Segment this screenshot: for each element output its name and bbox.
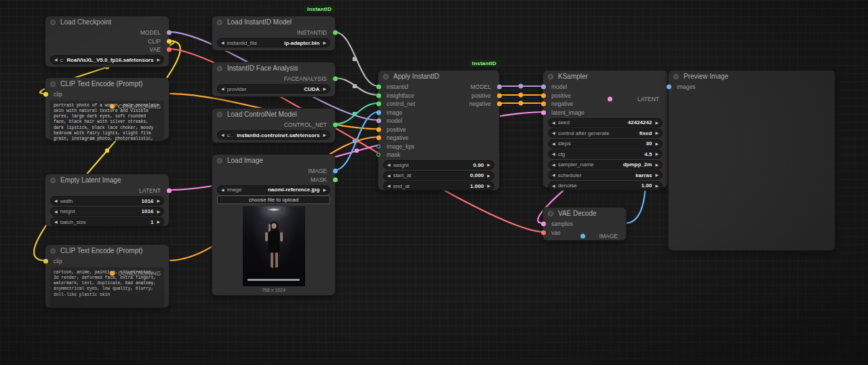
collapse-dot-icon[interactable] — [217, 158, 222, 164]
collapse-dot-icon[interactable] — [50, 81, 56, 87]
port-dot-instantid[interactable] — [333, 31, 338, 35]
port-dot-negative[interactable] — [376, 136, 381, 140]
right-arrow-icon[interactable]: ▶ — [157, 208, 160, 216]
port-dot-image[interactable] — [333, 169, 338, 174]
right-arrow-icon[interactable]: ▶ — [323, 131, 326, 139]
port-dot-image-kps[interactable] — [376, 145, 380, 149]
widget-scheduler[interactable]: ◀schedulerkarras▶ — [548, 170, 663, 180]
widget-width[interactable]: ◀width1016▶ — [50, 196, 164, 206]
right-arrow-icon[interactable]: ▶ — [655, 182, 658, 190]
port-dot-latent[interactable] — [167, 189, 172, 193]
node-title-bar[interactable]: Load Image — [212, 155, 335, 167]
node-title-bar[interactable]: Preview Image — [669, 71, 835, 83]
left-arrow-icon[interactable]: ◀ — [387, 161, 391, 169]
left-arrow-icon[interactable]: ◀ — [221, 186, 224, 194]
port-dot-clip[interactable] — [43, 92, 48, 97]
widget-steps[interactable]: ◀steps30▶ — [548, 139, 663, 149]
right-arrow-icon[interactable]: ▶ — [655, 119, 658, 127]
collapse-dot-icon[interactable] — [217, 112, 222, 117]
right-arrow-icon[interactable]: ▶ — [655, 161, 658, 169]
node-load-image[interactable]: Load Image IMAGE MASK ◀imagenaomi-refere… — [212, 154, 336, 296]
collapse-dot-icon[interactable] — [50, 20, 56, 25]
right-arrow-icon[interactable]: ▶ — [655, 140, 658, 148]
right-arrow-icon[interactable]: ▶ — [157, 56, 160, 64]
node-load-controlnet-model[interactable]: Load ControlNet Model CONTROL_NET ◀co ..… — [212, 108, 336, 143]
right-arrow-icon[interactable]: ▶ — [157, 218, 160, 226]
left-arrow-icon[interactable]: ◀ — [54, 197, 58, 205]
node-title-bar[interactable]: CLIP Text Encode (Prompt) — [45, 78, 169, 90]
node-instantid-face-analysis[interactable]: InstantID Face Analysis FACEANALYSIS ◀pr… — [212, 62, 336, 97]
left-arrow-icon[interactable]: ◀ — [54, 56, 58, 64]
node-apply-instantid[interactable]: Apply InstantID instantid insightface co… — [378, 70, 500, 191]
node-title-bar[interactable]: InstantID Face Analysis — [212, 62, 335, 75]
collapse-dot-icon[interactable] — [548, 74, 553, 79]
left-arrow-icon[interactable]: ◀ — [552, 140, 555, 148]
widget-cfg[interactable]: ◀cfg4.5▶ — [548, 149, 663, 159]
port-dot-conditioning[interactable] — [110, 104, 115, 109]
left-arrow-icon[interactable]: ◀ — [54, 218, 58, 226]
widget-sampler-name[interactable]: ◀sampler_namedpmpp_2m▶ — [548, 160, 663, 170]
node-empty-latent-image[interactable]: Empty Latent Image LATENT ◀width1016▶ ◀h… — [45, 174, 170, 227]
left-arrow-icon[interactable]: ◀ — [552, 182, 555, 190]
collapse-dot-icon[interactable] — [673, 74, 679, 79]
left-arrow-icon[interactable]: ◀ — [54, 208, 58, 216]
port-dot-control-net[interactable] — [376, 102, 381, 107]
node-title-bar[interactable]: VAE Decode — [543, 208, 626, 220]
widget-batch-size[interactable]: ◀batch_size1▶ — [50, 217, 164, 227]
choose-file-button[interactable]: choose file to upload — [217, 195, 330, 204]
widget-seed[interactable]: ◀seed42424242▶ — [548, 118, 663, 128]
right-arrow-icon[interactable]: ▶ — [655, 171, 658, 179]
port-dot-negative[interactable] — [541, 102, 546, 107]
right-arrow-icon[interactable]: ▶ — [323, 85, 326, 93]
node-title-bar[interactable]: Empty Latent Image — [45, 174, 169, 187]
node-ksampler[interactable]: KSampler model LATENT positive negative … — [542, 70, 668, 188]
right-arrow-icon[interactable]: ▶ — [487, 172, 490, 180]
port-dot-vae[interactable] — [541, 230, 546, 235]
port-dot-clip[interactable] — [43, 259, 48, 264]
collapse-dot-icon[interactable] — [383, 74, 389, 79]
right-arrow-icon[interactable]: ▶ — [157, 197, 160, 205]
widget-control-after-generate[interactable]: ◀control after generatefixed▶ — [548, 128, 663, 138]
node-title-bar[interactable]: Load InstantID Model — [212, 16, 335, 28]
node-title-bar[interactable]: Load ControlNet Model — [212, 109, 335, 121]
collapse-dot-icon[interactable] — [50, 248, 56, 254]
right-arrow-icon[interactable]: ▶ — [655, 150, 658, 158]
port-dot-clip[interactable] — [167, 39, 172, 43]
port-dot-mask[interactable] — [376, 153, 380, 157]
port-dot-insightface[interactable] — [376, 93, 381, 98]
port-dot-positive[interactable] — [497, 93, 502, 98]
port-dot-control-net[interactable] — [333, 123, 338, 128]
right-arrow-icon[interactable]: ▶ — [323, 39, 326, 47]
port-dot-image[interactable] — [376, 110, 381, 115]
collapse-dot-icon[interactable] — [50, 178, 56, 183]
node-vae-decode[interactable]: VAE Decode samples IMAGE vae — [542, 207, 627, 241]
node-title-bar[interactable]: Load Checkpoint — [45, 16, 169, 28]
left-arrow-icon[interactable]: ◀ — [221, 85, 224, 93]
port-dot-latent-image[interactable] — [541, 110, 546, 115]
node-load-checkpoint[interactable]: Load Checkpoint MODEL CLIP VAE ◀ck ...Re… — [45, 16, 170, 67]
port-dot-mask[interactable] — [333, 177, 338, 182]
widget-denoise[interactable]: ◀denoise1.00▶ — [548, 181, 663, 191]
port-dot-samples[interactable] — [541, 222, 546, 227]
left-arrow-icon[interactable]: ◀ — [387, 182, 391, 190]
port-dot-images[interactable] — [667, 85, 671, 90]
node-preview-image[interactable]: Preview Image images — [668, 70, 835, 251]
port-dot-positive[interactable] — [541, 93, 546, 98]
left-arrow-icon[interactable]: ◀ — [221, 131, 224, 139]
left-arrow-icon[interactable]: ◀ — [221, 39, 224, 47]
right-arrow-icon[interactable]: ▶ — [487, 161, 490, 169]
node-title-bar[interactable]: CLIP Text Encode (Prompt) — [45, 245, 169, 257]
left-arrow-icon[interactable]: ◀ — [552, 171, 555, 179]
widget-weight[interactable]: ◀weight0.90▶ — [383, 160, 494, 170]
port-dot-conditioning[interactable] — [110, 271, 115, 276]
port-dot-instantid[interactable] — [376, 85, 381, 90]
right-arrow-icon[interactable]: ▶ — [655, 129, 658, 137]
right-arrow-icon[interactable]: ▶ — [487, 182, 490, 190]
port-dot-positive[interactable] — [376, 127, 381, 132]
left-arrow-icon[interactable]: ◀ — [552, 161, 555, 169]
node-title-bar[interactable]: Apply InstantID — [378, 71, 499, 83]
right-arrow-icon[interactable]: ▶ — [323, 186, 326, 194]
port-dot-model[interactable] — [167, 31, 172, 35]
collapse-dot-icon[interactable] — [217, 66, 222, 71]
node-clip-text-encode-negative[interactable]: CLIP Text Encode (Prompt) clip CONDITION… — [45, 244, 170, 308]
